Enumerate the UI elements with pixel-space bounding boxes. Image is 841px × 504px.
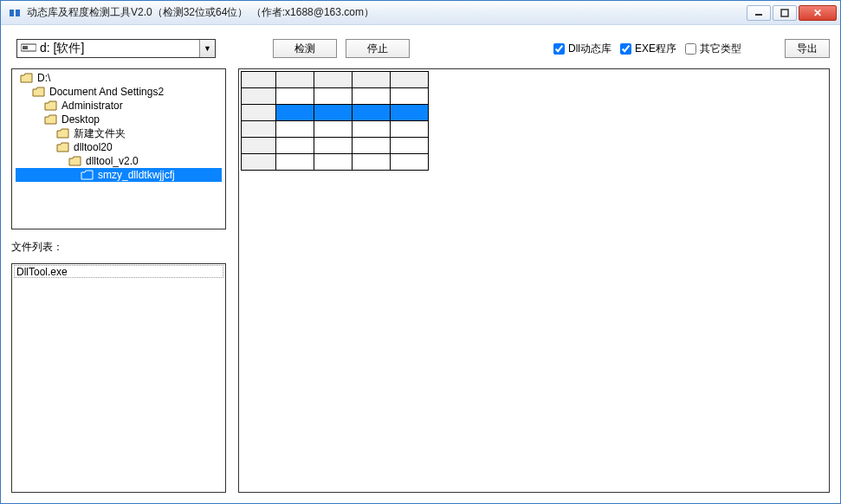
tree-node-label: 新建文件夹 (72, 126, 127, 141)
grid-cell[interactable] (353, 138, 391, 154)
tree-node-label: D:\ (36, 72, 52, 84)
close-button[interactable]: ✕ (799, 5, 837, 21)
chevron-down-icon: ▼ (199, 40, 215, 57)
folder-open-icon (55, 141, 69, 153)
toolbar: d: [软件] ▼ 检测 停止 Dll动态库 EXE程序 其它类型 导出 (11, 37, 830, 60)
grid-cell[interactable] (314, 154, 353, 171)
tree-node-label: Desktop (60, 113, 101, 126)
maximize-button[interactable] (773, 5, 797, 21)
tree-node[interactable]: D:\ (16, 71, 222, 85)
tree-node[interactable]: Administrator (16, 99, 222, 113)
grid-cell[interactable] (391, 88, 429, 105)
grid-cell[interactable] (276, 154, 314, 171)
detect-button[interactable]: 检测 (273, 39, 337, 58)
tree-node[interactable]: Document And Settings2 (16, 85, 222, 99)
folder-open-icon (55, 127, 69, 139)
grid-cell[interactable] (276, 88, 314, 105)
minimize-button[interactable] (747, 5, 771, 21)
grid-corner (242, 72, 276, 88)
folder-open-icon (19, 72, 33, 84)
file-list[interactable]: DllTool.exe (11, 263, 226, 493)
stop-button[interactable]: 停止 (346, 39, 410, 58)
window-controls: ✕ (747, 5, 837, 21)
exe-checkbox[interactable]: EXE程序 (620, 42, 676, 56)
grid-col-header[interactable] (314, 72, 353, 88)
tree-node[interactable]: 新建文件夹 (16, 126, 222, 140)
client-area: d: [软件] ▼ 检测 停止 Dll动态库 EXE程序 其它类型 导出 (1, 25, 840, 503)
other-checkbox-label: 其它类型 (700, 42, 741, 56)
window-title: 动态库及程度检测工具V2.0（检测32位或64位） （作者:x1688@163.… (27, 5, 747, 20)
tree-node[interactable]: dlltool20 (16, 140, 222, 154)
folder-open-icon (80, 169, 94, 181)
folder-open-icon (31, 86, 45, 98)
svg-rect-3 (781, 10, 788, 16)
tree-node[interactable]: Desktop (16, 113, 222, 126)
tree-node-label: dlltool_v2.0 (84, 155, 140, 167)
titlebar: 动态库及程度检测工具V2.0（检测32位或64位） （作者:x1688@163.… (1, 1, 840, 25)
tree-node-label: Document And Settings2 (48, 86, 165, 98)
grid-col-header[interactable] (353, 72, 391, 88)
content-row: D:\Document And Settings2AdministratorDe… (11, 68, 830, 493)
grid-cell[interactable] (391, 121, 429, 138)
grid-cell[interactable] (353, 105, 391, 121)
grid-cell[interactable] (314, 121, 353, 138)
grid-cell[interactable] (276, 121, 314, 138)
folder-open-icon (68, 155, 81, 167)
grid-cell[interactable] (391, 154, 429, 171)
drive-icon (21, 42, 36, 55)
grid-row-header[interactable] (242, 154, 276, 171)
dll-checkbox[interactable]: Dll动态库 (553, 42, 611, 56)
grid-row-header[interactable] (242, 105, 276, 121)
grid-cell[interactable] (314, 138, 353, 154)
dll-checkbox-input[interactable] (553, 43, 565, 55)
folder-open-icon (43, 100, 57, 112)
exe-checkbox-input[interactable] (620, 43, 631, 55)
grid-row-header[interactable] (242, 121, 276, 138)
app-window: 动态库及程度检测工具V2.0（检测32位或64位） （作者:x1688@163.… (0, 0, 841, 504)
grid-cell[interactable] (276, 138, 314, 154)
grid-cell[interactable] (391, 138, 429, 154)
grid-col-header[interactable] (276, 72, 314, 88)
results-grid[interactable] (241, 71, 429, 171)
grid-cell[interactable] (276, 105, 314, 121)
grid-col-header[interactable] (391, 72, 429, 88)
folder-open-icon (43, 113, 57, 126)
svg-rect-5 (23, 46, 28, 49)
file-list-label: 文件列表： (11, 240, 226, 255)
grid-cell[interactable] (391, 105, 429, 121)
svg-rect-1 (16, 10, 20, 16)
dll-checkbox-label: Dll动态库 (568, 42, 611, 56)
other-checkbox[interactable]: 其它类型 (685, 42, 741, 56)
other-checkbox-input[interactable] (685, 43, 696, 55)
grid-cell[interactable] (353, 88, 391, 105)
left-column: D:\Document And Settings2AdministratorDe… (11, 68, 226, 493)
export-button[interactable]: 导出 (785, 39, 830, 58)
tree-node[interactable]: dlltool_v2.0 (16, 154, 222, 168)
grid-cell[interactable] (353, 154, 391, 171)
svg-rect-0 (10, 10, 14, 16)
file-item[interactable]: DllTool.exe (14, 265, 223, 278)
grid-row-header[interactable] (242, 88, 276, 105)
tree-node-label: Administrator (60, 100, 125, 112)
drive-select[interactable]: d: [软件] ▼ (16, 39, 216, 58)
tree-node-label: dlltool20 (72, 141, 114, 153)
grid-cell[interactable] (353, 121, 391, 138)
exe-checkbox-label: EXE程序 (635, 42, 676, 56)
tree-node-label: smzy_dlldtkwjjcfj (96, 169, 177, 181)
results-panel (238, 68, 830, 493)
grid-cell[interactable] (314, 105, 353, 121)
app-icon (8, 6, 22, 20)
grid-row-header[interactable] (242, 138, 276, 154)
tree-node[interactable]: smzy_dlldtkwjjcfj (16, 168, 222, 182)
folder-tree[interactable]: D:\Document And Settings2AdministratorDe… (11, 68, 226, 229)
grid-cell[interactable] (314, 88, 353, 105)
drive-label: d: [软件] (40, 41, 84, 56)
